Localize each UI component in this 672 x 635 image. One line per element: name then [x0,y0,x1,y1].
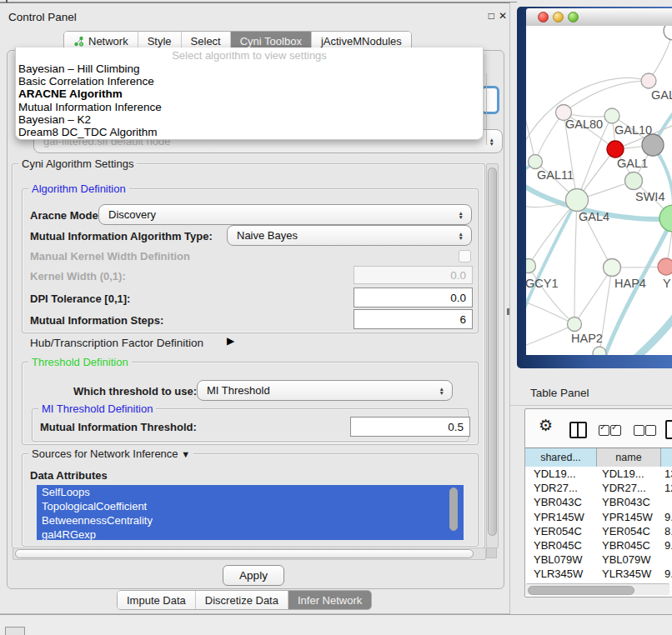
algorithm-option[interactable]: Mutual Information Inference [16,101,483,113]
network-node[interactable] [607,141,624,158]
network-node[interactable] [664,26,672,40]
settings-vscrollbar[interactable] [486,163,499,548]
table-row[interactable]: YIL052CYIL052C0. [525,582,672,583]
float-window-icon[interactable]: □ [489,10,494,22]
kernel-width-label: Kernel Width (0,1): [30,270,126,282]
network-node[interactable] [642,134,664,156]
network-edge[interactable] [526,301,574,324]
kernel-width-field[interactable]: 0.0 [354,266,473,284]
bottom-tab-impute-data[interactable]: Impute Data [118,591,196,609]
network-node[interactable] [526,259,536,273]
table-row[interactable]: YPR145WYPR145W9. [525,510,672,524]
mi-steps-label: Mutual Information Steps: [30,314,163,327]
aracne-mode-combo[interactable]: Discovery ▲▼ [98,204,472,225]
bottom-tab-infer-network[interactable]: Infer Network [288,591,371,609]
network-node[interactable] [566,189,589,212]
network-node[interactable] [529,155,543,169]
new-table-icon[interactable] [665,420,672,439]
dpi-tolerance-field[interactable]: 0.0 [354,288,473,308]
bottom-tab-discretize-data[interactable]: Discretize Data [196,591,288,609]
mi-algorithm-type-value: Naive Bayes [237,229,298,242]
algorithm-option[interactable]: Bayesian – K2 [16,113,483,126]
expand-right-icon[interactable]: ▶ [227,335,234,347]
tab-label: Network [88,35,128,48]
network-node[interactable] [568,318,582,332]
mi-threshold-label: Mutual Information Threshold: [40,421,197,433]
network-canvas[interactable]: GALGAL80GAL10GAL1GAL11SWI4GAL4GCY1HAP4YH… [526,26,672,355]
network-node-label: GCY1 [526,277,559,290]
table-row[interactable]: YBR043CYBR043C [525,495,672,509]
network-node[interactable] [604,108,619,123]
minimize-traffic-light[interactable] [553,12,564,22]
algorithm-placeholder: Select algorithm to view settings [16,49,483,62]
data-attribute-item[interactable]: SelfLoops [37,485,464,499]
attr-list-scrollbar-thumb[interactable] [449,488,458,531]
network-edge[interactable] [535,112,564,162]
table-row[interactable]: YLR345WYLR345W9. [525,567,672,581]
data-attributes-list[interactable]: SelfLoopsTopologicalCoefficientBetweenne… [37,485,464,540]
zoom-traffic-light[interactable] [568,12,579,22]
table-column-header[interactable]: shared... [525,448,597,467]
algorithm-option[interactable]: Dream8 DC_TDC Algorithm [16,126,483,138]
panel-resize-grip[interactable] [507,308,509,315]
close-traffic-light[interactable] [538,12,549,22]
aracne-mode-value: Discovery [108,208,156,221]
dpi-tolerance-label: DPI Tolerance [0,1]: [30,292,130,305]
network-node[interactable] [659,205,672,232]
table-row[interactable]: YBL079WYBL079W [525,552,672,567]
deselect-all-icon[interactable] [634,425,644,436]
table-row[interactable]: YBR045CYBR045C9. [525,538,672,552]
network-node[interactable] [625,172,643,190]
algorithm-option[interactable]: ARACNE Algorithm [16,88,483,100]
table-cell: YPR145W [534,510,584,524]
select-all-icon[interactable]: ✓ [599,425,609,436]
settings-hscrollbar-thumb[interactable] [15,549,474,558]
bottom-tab-label: Discretize Data [205,594,278,607]
table-row[interactable]: YDR27...YDR27...12 [525,481,672,495]
mi-threshold-field[interactable]: 0.5 [350,417,470,437]
table-cell: YBL079W [534,552,583,567]
network-edge[interactable] [526,324,574,347]
algorithm-option[interactable]: Basic Correlation Inference [16,75,483,88]
attr-list-scrollbar[interactable] [449,486,458,539]
which-threshold-combo[interactable]: MI Threshold ▲▼ [197,380,453,401]
collapse-down-icon[interactable]: ▼ [181,449,190,459]
network-node[interactable] [641,73,656,88]
network-edge[interactable] [574,268,612,324]
network-edge[interactable] [529,200,577,266]
network-edge[interactable] [649,32,672,81]
table-cell: YER054C [534,524,582,538]
table-hscrollbar-thumb[interactable] [528,586,634,595]
data-attribute-item[interactable]: BetweennessCentrality [37,513,464,528]
table-column-header[interactable]: name [597,448,661,467]
table-row[interactable]: YDL19...YDL19...13 [525,467,672,481]
network-node[interactable] [658,258,672,275]
network-node[interactable] [593,347,606,355]
network-edge[interactable] [574,200,577,324]
settings-hscrollbar[interactable] [13,548,486,560]
apply-button[interactable]: Apply [223,565,284,586]
table-cell: YBR043C [534,495,582,509]
table-hscrollbar[interactable] [526,583,669,595]
select-all-icon[interactable]: ✓ [610,425,621,436]
network-edge[interactable] [529,266,574,324]
mi-algorithm-type-combo[interactable]: Naive Bayes ▲▼ [227,225,472,246]
column-chooser-icon[interactable] [569,422,587,438]
network-edge[interactable] [526,105,535,162]
deselect-all-icon[interactable] [645,425,656,436]
hidden-groupbox-edge [486,73,487,145]
table-row[interactable]: YER054CYER054C8. [525,524,672,538]
manual-kernel-checkbox[interactable] [459,250,471,262]
gear-icon[interactable]: ⚙ [539,416,553,435]
network-edge[interactable] [634,311,672,355]
algorithm-option[interactable]: Bayesian – Hill Climbing [16,62,483,75]
mi-steps-field[interactable]: 6 [354,309,473,329]
network-edge[interactable] [564,81,649,112]
close-window-icon[interactable]: ✕ [499,10,507,22]
data-attribute-item[interactable]: TopologicalCoefficient [37,499,464,513]
settings-vscrollbar-thumb[interactable] [488,168,497,536]
data-attribute-item[interactable]: gal4RGexp [37,528,464,540]
table-cell: YER054C [602,524,650,538]
network-node[interactable] [604,259,621,277]
table-column-header[interactable] [661,448,672,467]
